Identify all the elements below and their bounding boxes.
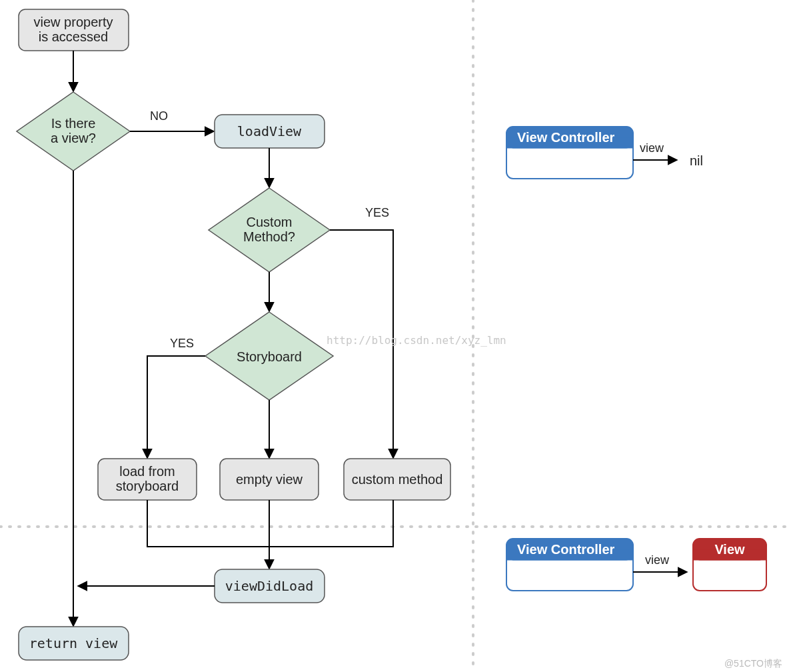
load-from-storyboard-l1: load from — [119, 464, 175, 479]
vc-view-group: View Controller view View — [506, 539, 766, 591]
custom-line1: Custom — [247, 215, 293, 229]
loadview-label: loadView — [237, 123, 302, 139]
is-view-line2: a view? — [51, 131, 96, 145]
nil-label: nil — [690, 153, 703, 168]
load-from-storyboard-l2: storyboard — [116, 479, 179, 493]
custom-line2: Method? — [243, 229, 295, 244]
label-yes-custom: YES — [365, 206, 389, 219]
viewdidload-label: viewDidLoad — [225, 578, 313, 594]
watermark-csdn: http://blog.csdn.net/xyz_lmn — [327, 334, 506, 347]
empty-view-label: empty view — [236, 472, 303, 487]
view-arrow-label-2: view — [645, 553, 670, 567]
start-line1: view property — [34, 15, 113, 29]
label-yes-storyboard: YES — [170, 337, 194, 350]
label-no: NO — [150, 109, 168, 123]
view-header: View — [714, 542, 745, 557]
edge-cm-vdl — [269, 500, 393, 547]
vc-header-1: View Controller — [517, 130, 615, 145]
custom-method-label: custom method — [352, 472, 443, 487]
watermark-cto: @51CTO博客 — [724, 658, 782, 669]
storyboard-label: Storyboard — [237, 349, 302, 364]
vc-header-2: View Controller — [517, 542, 615, 557]
edge-lfs-vdl — [147, 500, 269, 547]
return-view-label: return view — [29, 635, 118, 651]
is-view-line1: Is there — [51, 116, 96, 131]
start-line2: is accessed — [39, 29, 109, 44]
view-arrow-label-1: view — [640, 141, 664, 155]
vc-nil-group: View Controller view nil — [506, 127, 703, 179]
edge-storyboard-yes — [147, 356, 205, 457]
